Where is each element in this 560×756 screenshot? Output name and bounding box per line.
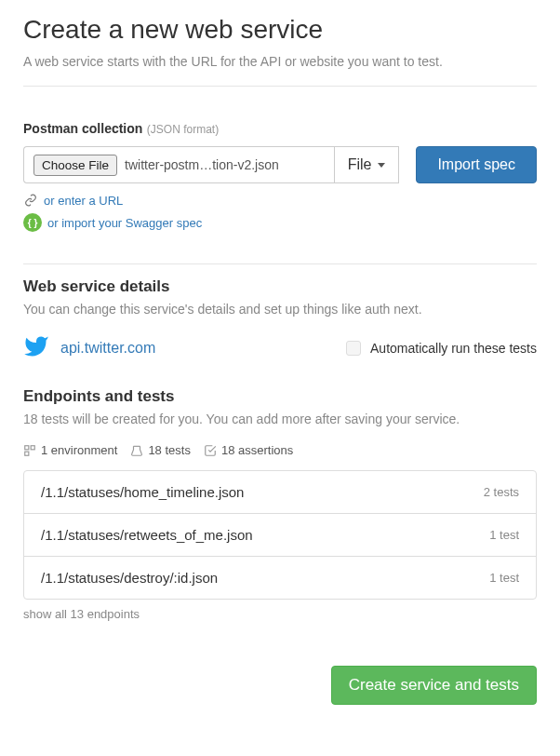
endpoint-row[interactable]: /1.1/statuses/retweets_of_me.json 1 test — [24, 514, 536, 557]
endpoint-path: /1.1/statuses/destroy/:id.json — [41, 570, 218, 586]
tests-stat: 18 tests — [148, 443, 191, 457]
details-desc: You can change this service's details an… — [23, 302, 537, 317]
postman-hint: (JSON format) — [147, 123, 219, 136]
chevron-down-icon — [378, 163, 385, 168]
selected-filename: twitter-postm…tion-v2.json — [125, 157, 279, 172]
file-input[interactable]: Choose File twitter-postm…tion-v2.json — [23, 146, 334, 183]
details-title: Web service details — [23, 277, 537, 296]
page-subtitle: A web service starts with the URL for th… — [23, 54, 537, 69]
service-url-link[interactable]: api.twitter.com — [60, 340, 155, 357]
divider — [23, 86, 537, 87]
endpoint-test-count: 2 tests — [484, 485, 519, 499]
endpoints-desc: 18 tests will be created for you. You ca… — [23, 412, 537, 426]
create-service-button[interactable]: Create service and tests — [331, 666, 537, 705]
file-type-dropdown[interactable]: File — [334, 146, 400, 183]
endpoint-test-count: 1 test — [489, 571, 519, 585]
endpoint-row[interactable]: /1.1/statuses/destroy/:id.json 1 test — [24, 557, 536, 599]
endpoint-row[interactable]: /1.1/statuses/home_timeline.json 2 tests — [24, 471, 536, 514]
svg-rect-1 — [31, 445, 34, 449]
twitter-icon — [23, 333, 49, 363]
enter-url-link[interactable]: or enter a URL — [44, 194, 123, 208]
page-title: Create a new web service — [23, 15, 537, 45]
import-spec-button[interactable]: Import spec — [416, 146, 537, 183]
show-all-endpoints-link[interactable]: show all 13 endpoints — [23, 607, 537, 621]
link-icon — [23, 193, 38, 208]
tests-icon — [130, 444, 143, 457]
endpoints-title: Endpoints and tests — [23, 387, 537, 406]
swagger-icon: { } — [23, 213, 42, 232]
svg-rect-2 — [25, 452, 29, 455]
auto-run-label: Automatically run these tests — [370, 341, 537, 356]
file-type-label: File — [348, 156, 372, 173]
swagger-import-link[interactable]: or import your Swagger spec — [47, 216, 202, 230]
svg-rect-0 — [25, 445, 29, 449]
divider — [23, 263, 537, 264]
environments-icon — [23, 444, 36, 457]
endpoint-test-count: 1 test — [489, 528, 519, 542]
endpoint-path: /1.1/statuses/retweets_of_me.json — [41, 527, 253, 543]
assertions-stat: 18 assertions — [221, 443, 293, 457]
assertions-icon — [204, 444, 217, 457]
endpoint-list: /1.1/statuses/home_timeline.json 2 tests… — [23, 470, 537, 600]
auto-run-checkbox[interactable] — [346, 341, 361, 356]
choose-file-button[interactable]: Choose File — [33, 155, 117, 176]
environments-stat: 1 environment — [41, 443, 117, 457]
endpoint-path: /1.1/statuses/home_timeline.json — [41, 484, 244, 500]
postman-label: Postman collection — [23, 121, 142, 136]
